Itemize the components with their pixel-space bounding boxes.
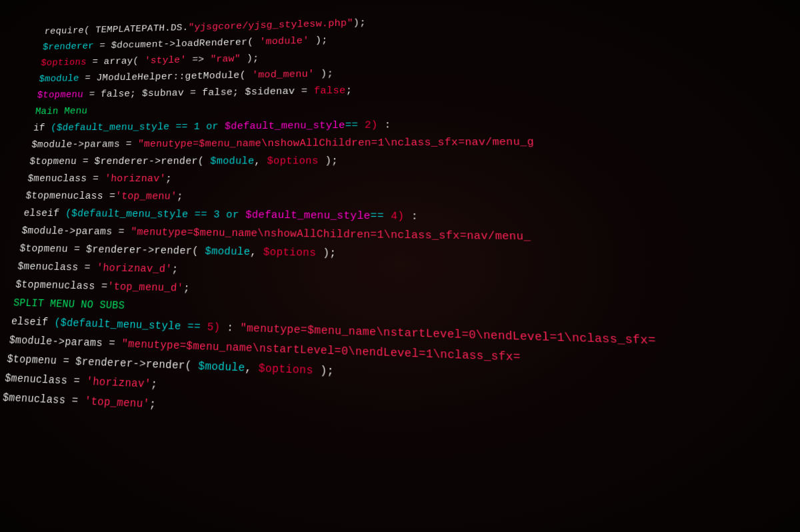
code-text: = JModuleHelper::getModule( [79, 69, 253, 84]
code-text: ; [183, 282, 191, 295]
code-text: ); [353, 17, 366, 29]
code-text: : [220, 321, 234, 335]
code-text: Main Menu [35, 105, 88, 117]
code-text: $menuclass = [4, 372, 87, 389]
code-text: , [245, 361, 259, 376]
code-text: SPLIT MENU NO SUBS [13, 297, 125, 313]
code-text: $topmenu [37, 89, 84, 101]
code-text: $default_menu_style [245, 209, 371, 223]
code-text: $module->params = [31, 138, 138, 150]
code-screen: require( TEMPLATEPATH.DS."yjsgcore/yjsg_… [0, 0, 800, 532]
code-text: elseif [23, 207, 66, 220]
code-text: , [250, 245, 263, 259]
code-text: $topmenu = $renderer->render( [29, 155, 210, 167]
code-text: 4) [391, 210, 404, 223]
code-block: require( TEMPLATEPATH.DS."yjsgcore/yjsg_… [1, 1, 800, 448]
code-text: 'mod_menu' [252, 68, 315, 81]
code-text: false [314, 85, 346, 97]
code-text: = false; $subnav = false; $sidenav = [83, 85, 314, 101]
code-text: "raw" [210, 53, 241, 65]
code-text: $topmenuclass = [15, 278, 108, 293]
code-text: ); [314, 68, 333, 80]
code-text: 'horiznav' [104, 173, 166, 185]
code-text: ; [177, 191, 184, 203]
code-line-10: $menuclass = 'horiznav'; [27, 170, 800, 190]
code-text: ($default_menu_style == 1 or [50, 121, 225, 134]
code-text: , [254, 155, 267, 167]
code-text: ); [318, 155, 338, 167]
code-text: $module [205, 245, 251, 258]
code-text: $module->params = [21, 225, 131, 238]
code-text: 2) [365, 119, 378, 131]
code-text: ; [151, 377, 158, 391]
code-text: 5) [207, 321, 221, 335]
code-text: ; [149, 397, 156, 411]
code-text: 'top_menu' [115, 190, 177, 203]
code-text: ; [165, 173, 173, 185]
code-text: $default_menu_style [224, 119, 345, 133]
code-text: : [378, 119, 391, 131]
code-text: ); [240, 53, 259, 65]
code-text: $module [210, 155, 255, 167]
code-text: $options [258, 362, 313, 378]
code-text: require( TEMPLATEPATH.DS. [44, 22, 189, 37]
code-text: 'horiznav' [86, 375, 151, 391]
code-text: if [33, 122, 51, 133]
code-text: "menutype=$menu_name\nshowAllChildren=1\… [137, 135, 534, 150]
code-text: elseif [11, 315, 55, 329]
code-text: $options [40, 57, 87, 69]
code-text: ); [313, 364, 334, 379]
code-text: $options [263, 246, 316, 260]
code-text: "yjsgcore/yjsg_stylesw.php" [188, 17, 353, 33]
code-text: $topmenu = $renderer->render( [19, 243, 205, 258]
code-text: 'top_menu' [84, 395, 150, 411]
code-text: "menutype=$menu_name\nshowAllChildren=1\… [130, 226, 531, 244]
code-text: == [345, 119, 365, 132]
code-text: $options [267, 155, 319, 167]
code-text: ); [316, 247, 337, 260]
code-text: $menuclass = [2, 391, 85, 409]
code-text: = $document->loadRenderer( [93, 36, 260, 51]
code-text: ($default_menu_style == 3 or [65, 207, 245, 221]
code-text: ; [345, 85, 352, 97]
code-text: 'style' [144, 54, 187, 66]
code-text: $module [198, 359, 245, 375]
code-text: ($default_menu_style == [53, 316, 207, 334]
code-text: => [186, 54, 211, 66]
code-text: $module [39, 73, 80, 85]
code-text: ; [171, 263, 179, 276]
code-text: $menuclass = [17, 260, 97, 274]
code-text: $module->params = [9, 334, 123, 351]
code-line-9: $topmenu = $renderer->render( $module, $… [29, 150, 800, 170]
code-text: 'horiznav_d' [96, 261, 172, 275]
code-text: : [405, 210, 419, 223]
code-text: == [371, 209, 391, 223]
code-text: $menuclass = [27, 173, 105, 185]
code-text: = array( [86, 55, 145, 68]
code-text: ); [309, 35, 328, 47]
code-text: 'top_menu_d' [107, 280, 183, 295]
code-text: 'module' [259, 35, 309, 47]
code-text: $topmenuclass = [25, 190, 116, 203]
code-text: $renderer [42, 41, 94, 53]
